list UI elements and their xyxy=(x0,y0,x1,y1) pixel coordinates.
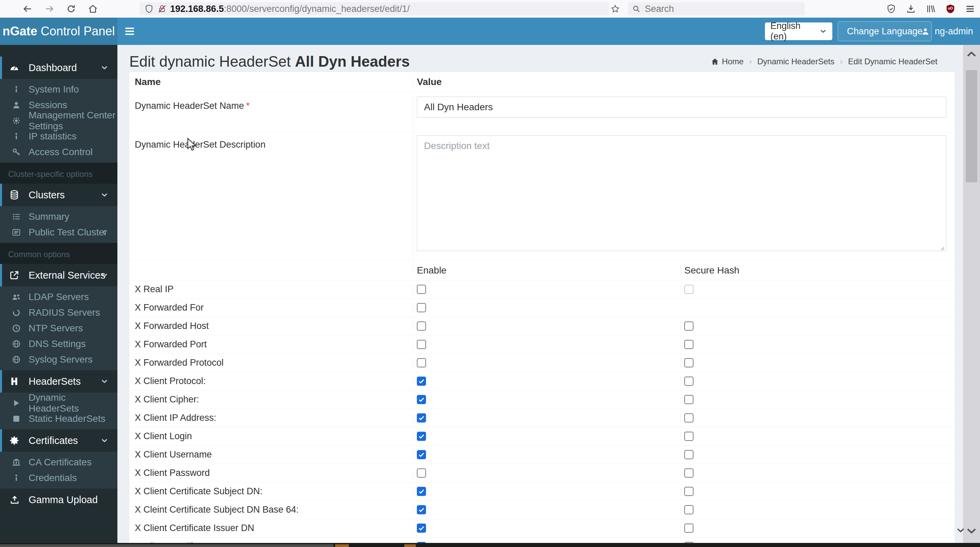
url-bar[interactable]: 192.168.86.5:8000/serverconfig/dynamic_h… xyxy=(140,2,609,15)
home-icon[interactable] xyxy=(88,4,98,14)
sidebar-item-headersets[interactable]: HeaderSets xyxy=(0,370,118,393)
enable-checkbox-x-client-certificate-subject-dn[interactable] xyxy=(417,487,426,496)
sidebar-item-summary[interactable]: Summary xyxy=(0,209,118,224)
enable-checkbox-x-forwarded-for[interactable] xyxy=(417,303,426,312)
browser-search-bar[interactable]: Search xyxy=(628,2,805,15)
sidebar-item-label: External Services xyxy=(29,270,105,281)
sidebar-item-dynamic-headersets[interactable]: Dynamic HeaderSets xyxy=(0,395,118,411)
secure-hash-cell xyxy=(681,450,955,459)
sidebar-item-label: Public Test Cluster xyxy=(29,227,107,238)
enable-checkbox-x-cleint-certificate-subject-dn-base-64[interactable] xyxy=(417,505,426,514)
sidebar-item-dns-settings[interactable]: DNS Settings xyxy=(0,336,118,352)
home-filled-icon xyxy=(711,57,719,66)
secure-hash-checkbox-x-forwarded-port[interactable] xyxy=(684,340,694,349)
sidebar-section-header-common-options: Common options xyxy=(0,243,118,264)
back-icon[interactable] xyxy=(22,4,33,14)
page-scrollbar[interactable] xyxy=(963,45,980,543)
scroll-up-icon[interactable] xyxy=(965,48,978,60)
sidebar-item-external-services[interactable]: External Services xyxy=(0,264,118,286)
sidebar-item-ip-statistics[interactable]: IP statistics xyxy=(0,129,118,144)
ublock-icon[interactable]: uO xyxy=(945,4,956,14)
sidebar-item-ca-certificates[interactable]: CA Certificates xyxy=(0,455,118,470)
shield-check-icon[interactable] xyxy=(886,4,896,14)
sidebar-item-ntp-servers[interactable]: NTP Servers xyxy=(0,320,118,336)
app-header: nGate Control Panel English (en) Change … xyxy=(0,18,980,45)
headerset-name-label-text: Dynamic HeaderSet Name xyxy=(135,101,244,111)
play-icon xyxy=(11,398,21,408)
sidebar-item-dashboard[interactable]: Dashboard xyxy=(0,56,118,79)
headerset-description-label: Dynamic HeaderSet Description xyxy=(129,133,413,260)
sidebar-item-label: LDAP Servers xyxy=(29,291,89,302)
sidebar-item-radius-servers[interactable]: RADIUS Servers xyxy=(0,305,118,320)
headerset-name-input[interactable] xyxy=(417,97,946,118)
enable-checkbox-x-client-login[interactable] xyxy=(417,432,426,441)
enable-checkbox-x-real-ip[interactable] xyxy=(417,285,426,294)
change-language-button[interactable]: Change Language xyxy=(838,21,932,41)
enable-checkbox-x-client-protocol[interactable] xyxy=(417,377,426,386)
secure-hash-checkbox-x-forwarded-protocol[interactable] xyxy=(684,358,694,367)
reload-icon[interactable] xyxy=(66,4,76,14)
secure-hash-checkbox-x-client-cipher[interactable] xyxy=(684,395,694,404)
page-header: Edit dynamic HeaderSet All Dyn Headers H… xyxy=(129,53,937,70)
secure-hash-checkbox-x-real-ip[interactable] xyxy=(684,285,694,294)
sidebar-item-label: HeaderSets xyxy=(29,376,81,387)
sidebar-toggle-icon[interactable] xyxy=(123,25,136,37)
breadcrumb-item-dynamic-headersets[interactable]: Dynamic HeaderSets xyxy=(757,57,834,66)
secure-hash-checkbox-x-client-password[interactable] xyxy=(684,468,694,478)
enable-checkbox-x-client-certificate-issuer-dn[interactable] xyxy=(417,523,426,533)
sidebar-item-static-headersets[interactable]: Static HeaderSets xyxy=(0,411,118,426)
sidebar-item-management-center-settings[interactable]: Management Center Settings xyxy=(0,113,118,129)
secure-hash-checkbox-x-client-ip-address[interactable] xyxy=(684,413,694,423)
sidebar-item-access-control[interactable]: Access Control xyxy=(0,144,118,160)
resize-grip-icon[interactable] xyxy=(938,244,945,251)
sidebar-item-system-info[interactable]: System Info xyxy=(0,82,118,97)
library-icon[interactable] xyxy=(926,4,936,14)
enable-cell xyxy=(413,377,681,386)
headerset-description-textarea[interactable] xyxy=(417,135,946,251)
enable-cell xyxy=(413,285,681,294)
sidebar-item-credentials[interactable]: Credentials xyxy=(0,470,118,486)
secure-hash-checkbox-x-client-login[interactable] xyxy=(684,432,694,441)
header-label: X Client Password xyxy=(129,468,413,478)
header-label: X Client Username xyxy=(129,449,413,460)
breadcrumb-label: Dynamic HeaderSets xyxy=(757,57,834,66)
brand-logo[interactable]: nGate Control Panel xyxy=(0,18,118,45)
breadcrumb-item-edit-dynamic-headerset[interactable]: Edit Dynamic HeaderSet xyxy=(848,57,937,66)
secure-hash-checkbox-x-client-certificate-issuer-dn[interactable] xyxy=(684,523,694,533)
secure-hash-checkbox-x-client-username[interactable] xyxy=(684,450,694,459)
secure-hash-checkbox-x-client-certificate-subject-dn[interactable] xyxy=(684,487,694,496)
enable-checkbox-x-forwarded-host[interactable] xyxy=(417,321,426,331)
download-icon[interactable] xyxy=(906,4,916,14)
secure-hash-cell xyxy=(681,413,955,423)
secure-hash-checkbox-x-forwarded-host[interactable] xyxy=(684,321,694,331)
secure-hash-checkbox-x-client-protocol[interactable] xyxy=(684,377,694,386)
sidebar-item-ldap-servers[interactable]: LDAP Servers xyxy=(0,289,118,305)
secure-hash-checkbox-x-cleint-certificate-subject-dn-base-64[interactable] xyxy=(684,505,694,514)
username: ng-admin xyxy=(935,26,973,37)
header-label: X Client Certificate Subject DN: xyxy=(129,486,413,497)
sidebar-item-certificates[interactable]: Certificates xyxy=(0,429,118,452)
language-select[interactable]: English (en) xyxy=(765,22,832,40)
enable-cell xyxy=(413,413,681,423)
enable-checkbox-x-client-password[interactable] xyxy=(417,468,426,478)
sidebar-item-syslog-servers[interactable]: Syslog Servers xyxy=(0,352,118,367)
inner-scroll-down-icon[interactable] xyxy=(956,525,966,536)
sidebar-item-gamma-upload[interactable]: Gamma Upload xyxy=(0,488,118,511)
menu-icon[interactable] xyxy=(965,4,975,14)
enable-checkbox-x-client-username[interactable] xyxy=(417,450,426,459)
enable-checkbox-x-client-cipher[interactable] xyxy=(417,395,426,404)
scroll-down-icon[interactable] xyxy=(965,525,978,537)
user-menu[interactable]: ng-admin xyxy=(921,18,973,45)
bank-icon xyxy=(11,458,21,467)
forward-icon[interactable] xyxy=(44,4,54,14)
enable-checkbox-x-client-ip-address[interactable] xyxy=(417,413,426,423)
bookmark-star-icon[interactable] xyxy=(611,4,620,14)
sidebar-item-public-test-cluster[interactable]: Public Test Cluster xyxy=(0,224,118,240)
enable-checkbox-x-forwarded-port[interactable] xyxy=(417,340,426,349)
enable-checkbox-x-forwarded-protocol[interactable] xyxy=(417,358,426,367)
header-label: X Cleint Certificate Subject DN Base 64: xyxy=(129,504,413,515)
scrollbar-thumb[interactable] xyxy=(966,70,977,182)
sidebar-item-label: DNS Settings xyxy=(29,339,86,349)
sidebar-item-clusters[interactable]: Clusters xyxy=(0,184,118,206)
breadcrumb-item-home[interactable]: Home xyxy=(711,57,743,66)
